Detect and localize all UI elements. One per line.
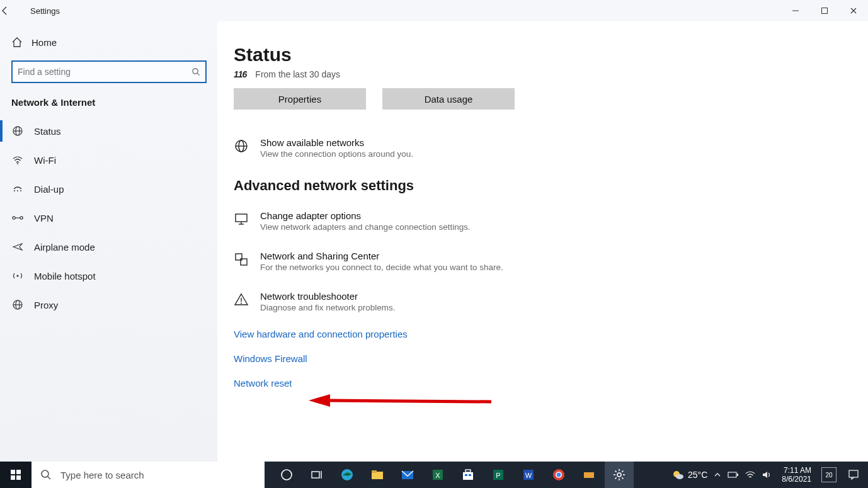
- sidebar-item-label: Proxy: [34, 300, 58, 310]
- home-label: Home: [31, 37, 57, 48]
- dialup-icon: [11, 183, 24, 195]
- sidebar-item-proxy[interactable]: Proxy: [0, 290, 217, 319]
- svg-rect-30: [11, 470, 15, 474]
- svg-line-64: [615, 477, 617, 479]
- taskbar-search[interactable]: Type here to search: [31, 462, 265, 488]
- sidebar-item-dialup[interactable]: Dial-up: [0, 174, 217, 203]
- advanced-heading: Advanced network settings: [234, 178, 843, 194]
- svg-rect-37: [312, 472, 319, 478]
- sidebar-item-hotspot[interactable]: Mobile hotspot: [0, 261, 217, 290]
- proxy-icon: [11, 299, 24, 310]
- sidebar: Home Network & Internet Status: [0, 21, 217, 462]
- hardware-link[interactable]: View hardware and connection properties: [234, 329, 843, 339]
- sidebar-item-label: Mobile hotspot: [34, 271, 96, 281]
- option-title: Network and Sharing Center: [260, 251, 503, 261]
- adapter-options[interactable]: Change adapter options View network adap…: [234, 210, 843, 232]
- battery-icon[interactable]: [728, 471, 739, 479]
- window-title: Settings: [30, 6, 60, 16]
- svg-point-8: [14, 190, 15, 191]
- taskbar-date: 8/6/2021: [782, 475, 811, 484]
- maximize-button[interactable]: [810, 0, 839, 21]
- option-title: Network troubleshooter: [260, 291, 396, 302]
- svg-point-9: [17, 190, 18, 191]
- app-icon[interactable]: [574, 462, 603, 488]
- airplane-icon: [11, 241, 24, 253]
- svg-text:X: X: [435, 472, 440, 479]
- notification-count[interactable]: 20: [821, 467, 837, 482]
- warning-icon: [234, 291, 250, 312]
- data-usage-button[interactable]: Data usage: [382, 88, 515, 110]
- sidebar-item-wifi[interactable]: Wi-Fi: [0, 145, 217, 174]
- word-icon[interactable]: W: [514, 462, 543, 488]
- cortana-button[interactable]: [272, 462, 301, 488]
- svg-point-11: [13, 217, 15, 219]
- wifi-tray-icon[interactable]: [745, 470, 755, 479]
- settings-search[interactable]: [11, 60, 207, 83]
- sidebar-item-airplane[interactable]: Airplane mode: [0, 232, 217, 261]
- svg-line-3: [197, 73, 199, 75]
- network-glyph-icon: 116: [234, 69, 246, 79]
- option-title: Change adapter options: [260, 210, 471, 221]
- vpn-icon: [11, 212, 24, 224]
- tray-chevron-icon[interactable]: [714, 471, 721, 479]
- settings-taskbar-icon[interactable]: [605, 462, 634, 488]
- svg-rect-70: [849, 470, 858, 477]
- sidebar-item-label: Wi-Fi: [34, 155, 56, 166]
- volume-icon[interactable]: [762, 470, 772, 479]
- svg-rect-68: [728, 472, 736, 477]
- sidebar-item-status[interactable]: Status: [0, 116, 217, 145]
- firewall-link[interactable]: Windows Firewall: [234, 353, 843, 364]
- sharing-center[interactable]: Network and Sharing Center For the netwo…: [234, 251, 843, 272]
- action-center-icon[interactable]: [843, 469, 864, 480]
- sidebar-item-label: VPN: [34, 213, 54, 224]
- troubleshooter[interactable]: Network troubleshooter Diagnose and fix …: [234, 291, 843, 312]
- start-button[interactable]: [0, 462, 31, 488]
- svg-point-2: [193, 69, 198, 74]
- monitor-icon: [234, 210, 250, 232]
- globe-icon: [234, 137, 250, 159]
- network-reset-link[interactable]: Network reset: [234, 378, 843, 389]
- search-icon: [191, 67, 200, 76]
- sidebar-item-label: Airplane mode: [34, 242, 95, 253]
- svg-rect-45: [463, 472, 473, 480]
- excel-icon[interactable]: X: [423, 462, 452, 488]
- settings-search-input[interactable]: [18, 67, 191, 77]
- svg-rect-31: [16, 470, 21, 474]
- titlebar: Settings: [0, 0, 868, 21]
- properties-button[interactable]: Properties: [234, 88, 366, 110]
- home-link[interactable]: Home: [0, 30, 217, 54]
- minimize-button[interactable]: [781, 0, 810, 21]
- svg-rect-46: [465, 470, 471, 472]
- page-title: Status: [234, 44, 843, 65]
- svg-rect-47: [465, 474, 467, 476]
- back-button[interactable]: [0, 6, 30, 16]
- sidebar-category: Network & Internet: [0, 92, 217, 116]
- hotspot-icon: [11, 270, 24, 281]
- svg-rect-56: [584, 472, 594, 478]
- edge-icon[interactable]: [333, 462, 362, 488]
- main-content: Status 116 From the last 30 days Propert…: [217, 21, 868, 462]
- svg-rect-41: [372, 470, 377, 473]
- svg-line-62: [615, 471, 617, 472]
- publisher-icon[interactable]: P: [484, 462, 513, 488]
- close-button[interactable]: [839, 0, 868, 21]
- svg-point-34: [42, 470, 49, 477]
- wifi-icon: [11, 154, 24, 166]
- svg-point-10: [20, 190, 21, 191]
- svg-text:P: P: [496, 472, 500, 479]
- chrome-icon[interactable]: [544, 462, 573, 488]
- sidebar-item-label: Dial-up: [34, 184, 64, 195]
- weather-widget[interactable]: 25°C: [671, 468, 707, 481]
- file-explorer-icon[interactable]: [363, 462, 392, 488]
- store-icon[interactable]: [454, 462, 483, 488]
- sidebar-item-vpn[interactable]: VPN: [0, 203, 217, 232]
- taskbar-clock[interactable]: 7:11 AM 8/6/2021: [778, 466, 815, 484]
- status-subtitle: 116 From the last 30 days: [234, 69, 843, 79]
- svg-point-27: [241, 303, 242, 304]
- taskbar-search-placeholder: Type here to search: [60, 470, 144, 480]
- option-desc: For the networks you connect to, decide …: [260, 263, 503, 272]
- show-networks-option[interactable]: Show available networks View the connect…: [234, 137, 843, 159]
- task-view-button[interactable]: [302, 462, 331, 488]
- mail-icon[interactable]: [393, 462, 422, 488]
- svg-line-65: [622, 471, 623, 472]
